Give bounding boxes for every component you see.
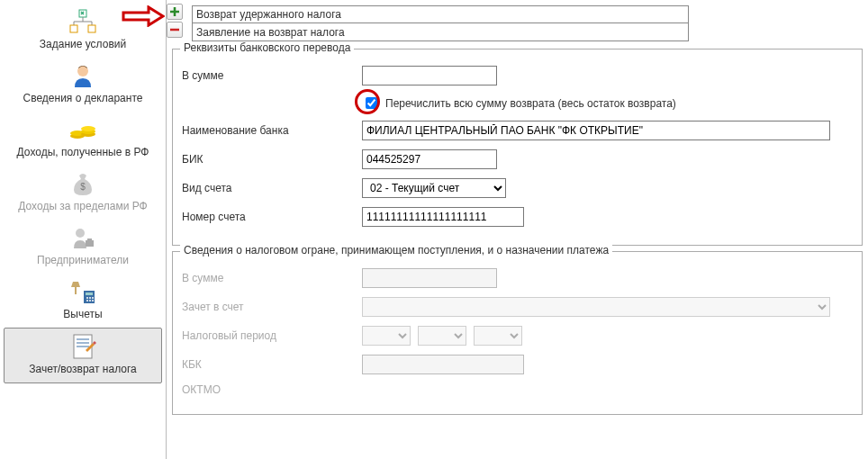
sidebar-item-label: Вычеты — [63, 308, 102, 320]
list-row[interactable]: Возврат удержанного налога — [192, 5, 689, 23]
oktmo-label: ОКТМО — [182, 383, 362, 396]
businessman-icon — [67, 223, 99, 252]
period-select-1 — [362, 326, 411, 346]
kbk-label: КБК — [182, 358, 362, 371]
transfer-full-label: Перечислить всю сумму возврата (весь ост… — [385, 97, 676, 110]
remove-row-button[interactable] — [167, 22, 183, 38]
tax-sum-label: В сумме — [182, 272, 362, 284]
svg-rect-1 — [70, 25, 77, 32]
sidebar-item-label: Доходы, полученные в РФ — [17, 146, 149, 158]
offset-select — [362, 297, 830, 317]
sidebar-item-label: Зачет/возврат налога — [29, 363, 136, 375]
sum-label: В сумме — [182, 69, 362, 82]
period-label: Налоговый период — [182, 329, 362, 342]
svg-point-10 — [76, 229, 85, 238]
sidebar-item-entrepreneurs: Предприниматели — [4, 220, 162, 274]
period-select-2 — [418, 326, 466, 346]
svg-point-19 — [89, 300, 91, 302]
deductions-icon — [67, 277, 99, 306]
coins-icon — [67, 115, 99, 144]
account-num-input[interactable] — [362, 207, 524, 227]
sidebar-item-label: Доходы за пределами РФ — [18, 200, 147, 212]
account-num-label: Номер счета — [182, 211, 362, 223]
main-panel: Возврат удержанного налога Заявление на … — [167, 0, 868, 459]
svg-point-17 — [92, 297, 94, 299]
sidebar-item-income-rf[interactable]: Доходы, полученные в РФ — [4, 112, 162, 166]
account-type-label: Вид счета — [182, 182, 362, 194]
list-row-text: Заявление на возврат налога — [196, 26, 345, 39]
kbk-input — [362, 355, 524, 374]
sidebar-item-deductions[interactable]: Вычеты — [4, 274, 162, 328]
bank-fieldset: Реквизиты банковского перевода В сумме П… — [172, 49, 863, 246]
offset-label: Зачет в счет — [182, 301, 362, 313]
svg-rect-14 — [86, 292, 93, 295]
bank-legend: Реквизиты банковского перевода — [180, 41, 354, 54]
tree-icon — [67, 7, 99, 36]
tax-legend: Сведения о налоговом огране, принимающем… — [180, 244, 612, 256]
bankname-label: Наименование банка — [182, 124, 362, 137]
svg-rect-11 — [86, 240, 94, 247]
transfer-full-checkbox[interactable] — [366, 97, 377, 109]
sidebar-item-income-foreign: $ Доходы за пределами РФ — [4, 166, 162, 220]
bik-label: БИК — [182, 153, 362, 166]
sidebar-item-label: Сведения о декларанте — [23, 92, 143, 104]
sidebar-item-conditions[interactable]: Задание условий — [4, 4, 162, 58]
sidebar-item-label: Задание условий — [40, 38, 126, 50]
person-icon — [67, 61, 99, 90]
tax-sum-input — [362, 268, 497, 288]
list-row-text: Возврат удержанного налога — [196, 8, 341, 21]
tax-fieldset: Сведения о налоговом огране, принимающем… — [172, 251, 863, 415]
svg-point-16 — [89, 297, 91, 299]
svg-point-8 — [81, 126, 95, 131]
svg-point-18 — [86, 300, 88, 302]
svg-point-20 — [92, 300, 94, 302]
list-row[interactable]: Заявление на возврат налога — [192, 23, 689, 41]
sidebar-item-declarant[interactable]: Сведения о декларанте — [4, 58, 162, 112]
svg-text:$: $ — [80, 182, 86, 192]
period-select-3 — [474, 326, 522, 346]
money-bag-icon: $ — [67, 169, 99, 198]
list-controls: Возврат удержанного налога Заявление на … — [167, 0, 868, 45]
svg-point-15 — [86, 297, 88, 299]
bankname-input[interactable] — [362, 121, 830, 140]
account-type-select[interactable]: 02 - Текущий счет — [362, 178, 506, 198]
svg-rect-2 — [88, 25, 95, 32]
sidebar-item-label: Предприниматели — [37, 254, 129, 266]
sidebar: Задание условий Сведения о декларанте — [0, 0, 167, 459]
bik-input[interactable] — [362, 149, 497, 169]
sidebar-item-refund[interactable]: Зачет/возврат налога — [4, 328, 162, 383]
add-row-button[interactable] — [167, 4, 183, 20]
svg-rect-12 — [87, 238, 92, 240]
document-icon — [67, 332, 99, 361]
sum-input[interactable] — [362, 66, 497, 86]
